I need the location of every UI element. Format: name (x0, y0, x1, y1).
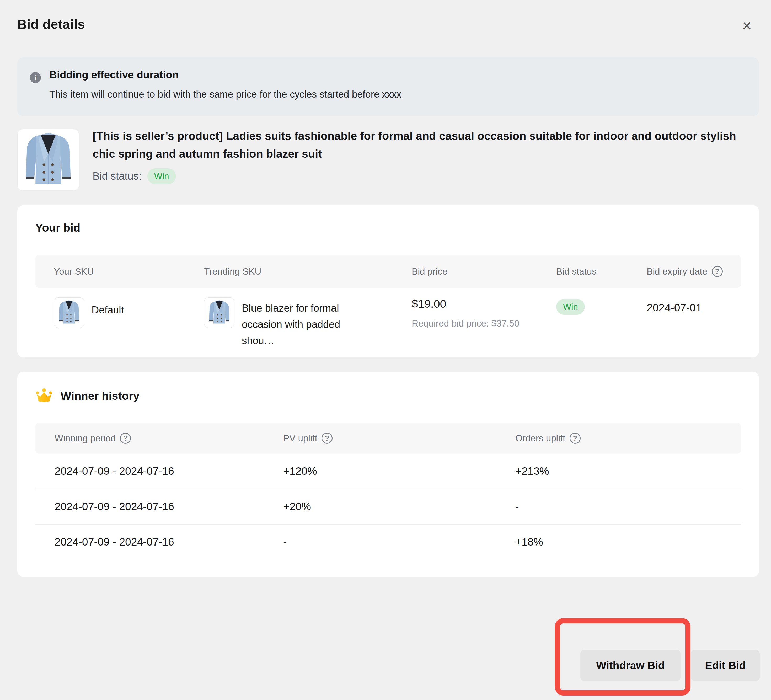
winner-history-table-header: Winning period ? PV uplift ? Orders upli… (36, 423, 741, 454)
your-bid-heading: Your bid (36, 221, 80, 234)
help-icon[interactable]: ? (322, 433, 332, 444)
close-icon[interactable]: ✕ (738, 18, 755, 35)
trending-sku-value: Blue blazer for formal occasion with pad… (242, 300, 355, 349)
table-row: 2024-07-09 - 2024-07-16 - +18% (36, 524, 741, 559)
bid-status-badge: Win (147, 168, 176, 184)
table-row: Default (36, 298, 741, 349)
edit-bid-button[interactable]: Edit Bid (691, 650, 760, 681)
bid-expiry-date-value: 2024-07-01 (647, 301, 702, 314)
pv-uplift-value: +20% (264, 489, 496, 524)
banner-body: This item will continue to bid with the … (49, 89, 402, 100)
your-bid-table-header: Your SKU Trending SKU Bid price Bid stat… (36, 255, 741, 288)
your-sku-thumbnail (54, 298, 84, 328)
column-bid-status: Bid status (538, 266, 628, 277)
your-bid-table: Your SKU Trending SKU Bid price Bid stat… (36, 255, 741, 349)
row-bid-status-badge: Win (556, 299, 585, 315)
product-summary: [This is seller’s product] Ladies suits … (17, 129, 759, 190)
column-bid-price: Bid price (394, 266, 538, 277)
winner-history-heading: Winner history (60, 389, 140, 402)
column-trending-sku: Trending SKU (185, 266, 394, 277)
orders-uplift-value: +213% (496, 454, 741, 488)
blazer-thumb (207, 299, 231, 326)
blazer-image (21, 130, 76, 189)
table-row: 2024-07-09 - 2024-07-16 +20% - (36, 488, 741, 524)
required-bid-price: Required bid price: $37.50 (412, 318, 538, 329)
help-icon[interactable]: ? (569, 433, 581, 444)
table-row: 2024-07-09 - 2024-07-16 +120% +213% (36, 454, 741, 488)
bid-status-label: Bid status: (93, 170, 142, 182)
your-bid-card: Your bid Your SKU Trending SKU Bid price… (17, 205, 759, 358)
column-bid-expiry-date: Bid expiry date ? (628, 266, 741, 277)
product-title: [This is seller’s product] Ladies suits … (93, 127, 756, 163)
winner-history-card: Winner history Winning period ? PV uplif… (17, 372, 759, 577)
winning-period-value: 2024-07-09 - 2024-07-16 (36, 524, 264, 559)
pv-uplift-value: - (264, 524, 496, 559)
your-sku-value: Default (91, 304, 124, 316)
info-banner: i Bidding effective duration This item w… (17, 57, 759, 116)
column-winning-period: Winning period ? (36, 423, 264, 454)
pv-uplift-value: +120% (264, 454, 496, 488)
orders-uplift-value: - (496, 489, 741, 524)
winner-history-table: Winning period ? PV uplift ? Orders upli… (36, 423, 741, 559)
info-icon: i (30, 72, 41, 83)
help-icon[interactable]: ? (712, 266, 723, 277)
blazer-thumb (57, 299, 81, 326)
column-your-sku: Your SKU (36, 266, 185, 277)
trending-sku-thumbnail (204, 298, 234, 328)
column-pv-uplift: PV uplift ? (264, 423, 496, 454)
column-orders-uplift: Orders uplift ? (496, 423, 741, 454)
orders-uplift-value: +18% (496, 524, 741, 559)
product-image (17, 129, 79, 190)
crown-icon (36, 388, 53, 403)
banner-title: Bidding effective duration (49, 69, 179, 81)
winning-period-value: 2024-07-09 - 2024-07-16 (36, 454, 264, 488)
withdraw-bid-button[interactable]: Withdraw Bid (580, 650, 680, 681)
winning-period-value: 2024-07-09 - 2024-07-16 (36, 489, 264, 524)
page-title: Bid details (17, 17, 85, 32)
help-icon[interactable]: ? (120, 433, 131, 444)
bid-price-value: $19.00 (412, 298, 538, 310)
